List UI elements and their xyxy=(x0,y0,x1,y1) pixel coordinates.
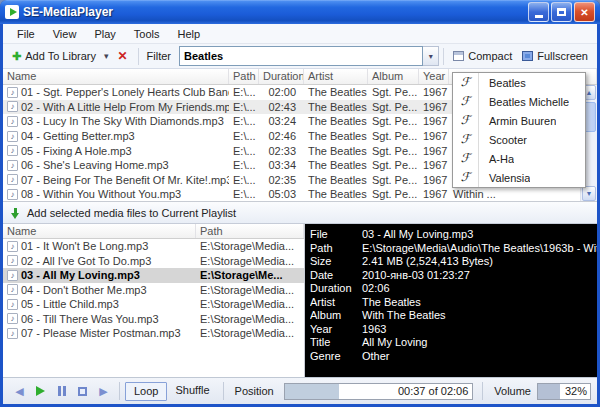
column-header-path[interactable]: Path xyxy=(229,69,259,84)
position-slider[interactable]: 00:37 of 02:06 xyxy=(284,383,474,400)
filter-history-item[interactable]: ℱBeatles Michelle xyxy=(453,92,585,111)
fullscreen-button[interactable]: Fullscreen xyxy=(517,48,593,64)
filter-input[interactable] xyxy=(179,46,423,66)
clear-filter-button[interactable]: ✕ xyxy=(111,49,133,63)
cell-name: ♪06 - Till There Was You.mp3 xyxy=(3,313,196,325)
filter-history-item[interactable]: ℱValensia xyxy=(453,168,585,187)
cell-path: E:\... xyxy=(229,101,259,113)
scroll-down-icon[interactable]: ▼ xyxy=(582,186,596,201)
close-button[interactable]: ✕ xyxy=(574,2,595,22)
add-to-library-button[interactable]: ✚ Add To Library xyxy=(7,48,101,65)
cell-name: ♪04 - Don't Bother Me.mp3 xyxy=(3,284,196,296)
column-header-year[interactable]: Year xyxy=(419,69,449,84)
play-icon xyxy=(36,386,45,396)
filter-history-item[interactable]: ℱBeatles xyxy=(453,73,585,92)
position-label: Position xyxy=(229,385,280,397)
info-value: Other xyxy=(362,350,390,362)
filter-history-item[interactable]: ℱArmin Buuren xyxy=(453,111,585,130)
volume-label: Volume xyxy=(488,385,537,397)
cell-text: 03 - Lucy In The Sky With Diamonds.mp3 xyxy=(21,115,224,127)
playlist-rows: ♪01 - It Won't Be Long.mp3E:\Storage\Med… xyxy=(3,239,304,341)
cell-name: ♪05 - Fixing A Hole.mp3 xyxy=(3,145,229,157)
menu-view[interactable]: View xyxy=(45,26,85,42)
cell-title: Within ... xyxy=(449,188,580,200)
cell-album: Sgt. Pe... xyxy=(368,174,419,186)
info-label: Duration xyxy=(310,282,362,296)
playlist-row[interactable]: ♪05 - Little Child.mp3E:\Storage\Media..… xyxy=(3,297,304,312)
status-bar: ◀ ▶ Loop Shuffle Position 00:37 of 02:06… xyxy=(3,377,597,404)
loop-toggle[interactable]: Loop xyxy=(125,382,167,401)
playlist-table: Name Path ♪01 - It Won't Be Long.mp3E:\S… xyxy=(3,224,305,377)
column-header-artist[interactable]: Artist xyxy=(304,69,368,84)
info-value: The Beatles xyxy=(362,296,421,308)
info-value: 2.41 MB (2,524,413 Bytes) xyxy=(362,255,493,267)
audio-file-icon: ♪ xyxy=(7,131,18,142)
menu-file[interactable]: File xyxy=(9,26,43,42)
title-bar[interactable]: SE-MediaPlayer ✕ xyxy=(0,0,600,24)
play-button[interactable] xyxy=(30,382,51,401)
stop-button[interactable] xyxy=(72,382,93,401)
column-header-name[interactable]: Name xyxy=(3,224,196,238)
playlist-row[interactable]: ♪06 - Till There Was You.mp3E:\Storage\M… xyxy=(3,312,304,327)
info-value: 03 - All My Loving.mp3 xyxy=(362,228,473,240)
cell-album: Sgt. Pe... xyxy=(368,159,419,171)
playlist-row[interactable]: ♪03 - All My Loving.mp3E:\Storage\Me... xyxy=(3,268,304,283)
cell-path: E:\... xyxy=(229,86,259,98)
maximize-button[interactable] xyxy=(551,2,572,22)
cell-duration: 03:34 xyxy=(259,159,304,171)
cell-duration: 02:46 xyxy=(259,130,304,142)
cell-year: 1967 xyxy=(419,86,449,98)
plus-icon: ✚ xyxy=(12,50,21,63)
info-label: Artist xyxy=(310,296,362,310)
volume-slider[interactable]: 32% xyxy=(537,383,591,400)
time-display: 00:37 of 02:06 xyxy=(398,384,468,399)
info-row: Duration02:06 xyxy=(310,282,597,296)
add-to-playlist-bar[interactable]: Add selected media files to Current Play… xyxy=(3,202,597,224)
progress-fill xyxy=(285,384,339,399)
cell-path: E:\... xyxy=(229,130,259,142)
shuffle-toggle[interactable]: Shuffle xyxy=(167,382,217,401)
cell-name: ♪02 - With A Little Help From My Friends… xyxy=(3,101,229,113)
playlist-row[interactable]: ♪02 - All I've Got To Do.mp3E:\Storage\M… xyxy=(3,254,304,269)
playlist-header[interactable]: Name Path xyxy=(3,224,304,239)
column-header-path[interactable]: Path xyxy=(196,224,304,238)
cell-duration: 02:35 xyxy=(259,174,304,186)
info-row: PathE:\Storage\Media\Audio\The Beatles\1… xyxy=(310,242,597,256)
audio-file-icon: ♪ xyxy=(7,160,18,171)
cell-text: 07 - Being For The Benefit Of Mr. Kite!.… xyxy=(21,174,229,186)
info-label: File xyxy=(310,228,362,242)
menu-play[interactable]: Play xyxy=(86,26,123,42)
pause-button[interactable] xyxy=(51,382,72,401)
cell-text: 05 - Little Child.mp3 xyxy=(21,298,119,310)
info-row: Year1963 xyxy=(310,323,597,337)
menu-tools[interactable]: Tools xyxy=(126,26,168,42)
info-value: 2010-янв-03 01:23:27 xyxy=(362,269,470,281)
column-header-name[interactable]: Name xyxy=(3,69,229,84)
filter-dropdown-button[interactable]: ▾ xyxy=(423,46,439,66)
cell-text: 05 - Fixing A Hole.mp3 xyxy=(21,145,132,157)
compact-button[interactable]: Compact xyxy=(448,48,517,64)
library-row[interactable]: ♪08 - Within You Without You.mp3E:\...05… xyxy=(3,187,580,201)
cell-artist: The Beatles xyxy=(304,145,368,157)
green-down-arrow-icon xyxy=(10,207,21,219)
cell-text: 06 - She's Leaving Home.mp3 xyxy=(21,159,169,171)
next-button[interactable]: ▶ xyxy=(93,382,114,401)
cell-duration: 05:03 xyxy=(259,188,304,200)
playlist-row[interactable]: ♪04 - Don't Bother Me.mp3E:\Storage\Medi… xyxy=(3,283,304,298)
cell-artist: The Beatles xyxy=(304,101,368,113)
cell-duration: 03:24 xyxy=(259,115,304,127)
playlist-row[interactable]: ♪07 - Please Mister Postman.mp3E:\Storag… xyxy=(3,326,304,341)
column-header-album[interactable]: Album xyxy=(368,69,419,84)
script-f-icon: ℱ xyxy=(453,92,479,111)
column-header-duration[interactable]: Duration xyxy=(259,69,304,84)
cell-text: 07 - Please Mister Postman.mp3 xyxy=(21,327,181,339)
previous-button[interactable]: ◀ xyxy=(9,382,30,401)
filter-history-item[interactable]: ℱA-Ha xyxy=(453,149,585,168)
add-to-library-caret-icon[interactable]: ▾ xyxy=(101,51,112,61)
cell-name: ♪05 - Little Child.mp3 xyxy=(3,298,196,310)
cell-year: 1967 xyxy=(419,130,449,142)
minimize-button[interactable] xyxy=(528,2,549,22)
playlist-row[interactable]: ♪01 - It Won't Be Long.mp3E:\Storage\Med… xyxy=(3,239,304,254)
filter-history-item[interactable]: ℱScooter xyxy=(453,130,585,149)
menu-help[interactable]: Help xyxy=(169,26,208,42)
